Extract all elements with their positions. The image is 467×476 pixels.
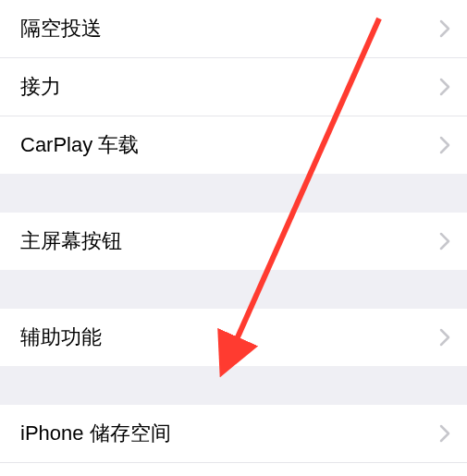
row-label: iPhone 储存空间	[20, 420, 439, 447]
row-accessibility[interactable]: 辅助功能	[0, 309, 467, 366]
group-gap	[0, 366, 467, 405]
row-label: CarPlay 车载	[20, 131, 439, 159]
row-label: 主屏幕按钮	[20, 227, 439, 255]
settings-group-1: 主屏幕按钮	[0, 213, 467, 270]
row-airdrop[interactable]: 隔空投送	[0, 0, 467, 58]
chevron-right-icon	[439, 232, 450, 250]
chevron-right-icon	[439, 328, 450, 347]
chevron-right-icon	[439, 19, 450, 38]
chevron-right-icon	[439, 78, 450, 96]
row-home-button[interactable]: 主屏幕按钮	[0, 213, 467, 270]
row-label: 辅助功能	[20, 323, 439, 351]
row-label: 隔空投送	[20, 15, 439, 43]
row-handoff[interactable]: 接力	[0, 58, 467, 116]
chevron-right-icon	[439, 136, 450, 154]
row-carplay[interactable]: CarPlay 车载	[0, 116, 467, 174]
row-background-refresh[interactable]: 后台应用刷新	[0, 463, 467, 476]
settings-group-2: 辅助功能	[0, 309, 467, 366]
row-label: 接力	[20, 73, 439, 101]
settings-group-3: iPhone 储存空间 后台应用刷新	[0, 405, 467, 476]
settings-group-0: 隔空投送 接力 CarPlay 车载	[0, 0, 467, 174]
group-gap	[0, 270, 467, 309]
group-gap	[0, 174, 467, 213]
chevron-right-icon	[439, 424, 450, 443]
row-iphone-storage[interactable]: iPhone 储存空间	[0, 405, 467, 463]
